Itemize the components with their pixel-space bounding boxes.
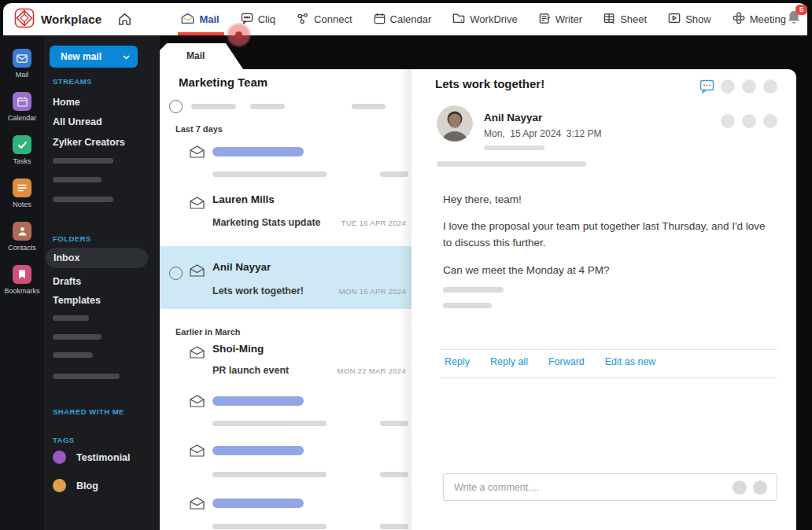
- connect-icon: [297, 13, 309, 27]
- skeleton-bar: [53, 197, 113, 202]
- group-label-recent: Last 7 days: [175, 124, 223, 134]
- edit-as-new-button[interactable]: Edit as new: [605, 356, 656, 367]
- rail-item-tasks[interactable]: Tasks: [13, 135, 31, 165]
- sheet-icon: [603, 13, 615, 27]
- mail-tab-label: Mail: [186, 50, 243, 61]
- skeleton-sender-bar: [212, 396, 304, 406]
- new-mail-button[interactable]: New mail: [50, 46, 138, 68]
- skeleton-sender-bar: [212, 446, 304, 455]
- subject-line: Marketing Stats update: [212, 217, 321, 228]
- sidebar-item-zylker-creators[interactable]: Zylker Creators: [53, 137, 125, 148]
- rail-item-bookmarks[interactable]: Bookmarks: [4, 265, 39, 295]
- rail-item-mail[interactable]: Mail: [13, 49, 31, 79]
- sender-name: Lauren Mills: [212, 193, 275, 205]
- nav-sheet[interactable]: Sheet: [603, 3, 647, 35]
- nav-show[interactable]: Show: [668, 3, 711, 35]
- rail-label: Calendar: [8, 114, 37, 122]
- tags-section-label: TAGS: [53, 436, 75, 444]
- skeleton-bar: [250, 104, 285, 109]
- writer-icon: [539, 13, 551, 27]
- reading-pane: Lets work together! Anil Nayyar Mon, 15 …: [412, 69, 796, 530]
- chevron-down-icon[interactable]: [123, 53, 130, 61]
- cliq-icon: [241, 13, 253, 27]
- new-mail-label: New mail: [61, 51, 102, 62]
- list-item-anil-nayyar-selected[interactable]: Anil Nayyar Lets work together! MON 15 A…: [160, 246, 412, 309]
- forward-button[interactable]: Forward: [548, 356, 585, 367]
- rail-item-calendar[interactable]: Calendar: [8, 92, 37, 122]
- nav-meeting[interactable]: Meeting: [733, 3, 786, 35]
- nav-label: Calendar: [390, 13, 432, 25]
- notes-app-icon: [13, 179, 31, 197]
- brand-name: Workplace: [41, 13, 102, 26]
- body-paragraph: Hey there, team!: [443, 192, 522, 208]
- reply-button[interactable]: Reply: [445, 356, 470, 367]
- rail-item-contacts[interactable]: Contacts: [8, 222, 36, 252]
- message-datetime: Mon, 15 Apr 2024 3:12 PM: [484, 128, 601, 139]
- comment-input[interactable]: [454, 474, 714, 500]
- skeleton-sender-bar: [212, 147, 304, 156]
- envelope-icon: [190, 264, 205, 277]
- folders-section-label: FOLDERS: [53, 234, 91, 243]
- skeleton-signature-bar: [443, 287, 504, 293]
- envelope-icon: [190, 346, 205, 359]
- nav-calendar[interactable]: Calendar: [374, 3, 432, 35]
- toolbar-circle-button[interactable]: [721, 79, 735, 94]
- mail-tab[interactable]: Mail: [160, 43, 243, 69]
- message-action-circle[interactable]: [721, 114, 735, 128]
- skeleton-date-bar: [380, 421, 408, 426]
- nav-label: WorkDrive: [470, 13, 517, 25]
- reply-all-button[interactable]: Reply all: [490, 356, 528, 367]
- nav-label: Cliq: [258, 13, 275, 25]
- content-panel: Marketing Team Last 7 days Lauren Mills …: [160, 69, 796, 530]
- nav-connect[interactable]: Connect: [297, 3, 352, 35]
- rail-item-notes[interactable]: Notes: [13, 179, 31, 208]
- inbox-label: Inbox: [54, 252, 148, 263]
- select-all-checkbox[interactable]: [169, 100, 183, 113]
- list-title: Marketing Team: [179, 75, 268, 89]
- tag-label: Blog: [76, 480, 98, 491]
- skeleton-date-bar: [380, 524, 408, 529]
- subject-line: Lets work together!: [212, 285, 304, 296]
- sender-name: Anil Nayyar: [212, 261, 271, 273]
- skeleton-subject-bar: [212, 421, 327, 426]
- email-checkbox[interactable]: [169, 267, 183, 280]
- sidebar-item-home[interactable]: Home: [53, 97, 80, 108]
- toolbar-circle-button[interactable]: [742, 79, 756, 94]
- sender-name: Anil Nayyar: [484, 112, 542, 123]
- notifications-button[interactable]: 5: [786, 9, 802, 29]
- message-subject: Lets work together!: [435, 77, 544, 90]
- skeleton-bar: [53, 315, 89, 321]
- skeleton-bar: [53, 177, 102, 182]
- nav-mail[interactable]: Mail: [181, 3, 219, 35]
- calendar-app-icon: [13, 92, 31, 111]
- contacts-app-icon: [13, 222, 31, 241]
- nav-label: Sheet: [620, 13, 647, 25]
- subject-line: PR launch event: [212, 365, 289, 376]
- comment-attach-circle[interactable]: [733, 480, 747, 495]
- brand: Workplace: [14, 8, 102, 31]
- sidebar-item-inbox[interactable]: Inbox: [46, 248, 148, 268]
- tasks-app-icon: [13, 135, 31, 154]
- tag-testimonial[interactable]: Testimonial: [53, 451, 131, 464]
- comment-send-circle[interactable]: [753, 480, 767, 495]
- message-action-circle[interactable]: [742, 114, 756, 128]
- comments-icon[interactable]: [699, 79, 714, 97]
- tag-blog[interactable]: Blog: [53, 479, 98, 492]
- shared-section-label: SHARED WITH ME: [53, 407, 124, 416]
- sidebar-item-drafts[interactable]: Drafts: [53, 276, 81, 287]
- sidebar-item-templates[interactable]: Templates: [53, 295, 101, 306]
- email-date: MON 15 APR 2024: [339, 287, 406, 296]
- skeleton-bar: [53, 374, 120, 379]
- toolbar-circle-button[interactable]: [763, 79, 777, 94]
- nav-workdrive[interactable]: WorkDrive: [452, 3, 517, 35]
- reply-actions: Reply Reply all Forward Edit as new: [445, 356, 655, 367]
- message-action-circle[interactable]: [763, 114, 777, 128]
- home-icon[interactable]: [117, 12, 132, 27]
- sidebar-item-all-unread[interactable]: All Unread: [53, 116, 102, 127]
- skeleton-bar: [53, 334, 102, 340]
- envelope-icon: [190, 444, 205, 457]
- nav-label: Connect: [314, 13, 352, 25]
- mail-icon: [181, 13, 194, 27]
- nav-writer[interactable]: Writer: [539, 3, 582, 35]
- envelope-icon: [190, 145, 205, 158]
